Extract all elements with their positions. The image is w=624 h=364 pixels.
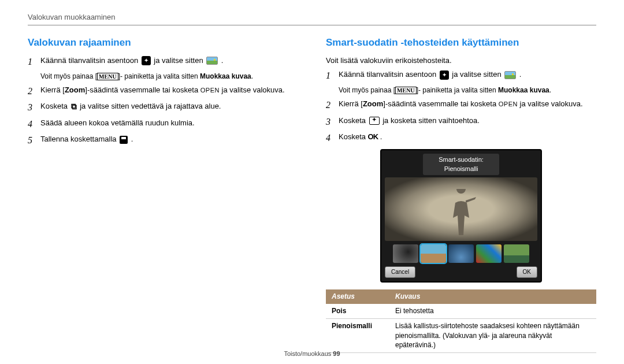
smart-filter-icon (369, 117, 380, 125)
right-step-2: 2 Kierrä [Zoom]-säädintä vasemmalle tai … (326, 99, 596, 112)
left-step-2: 2 Kierrä [Zoom]-säädintä vasemmalle tai … (28, 85, 298, 98)
right-step-3: 3 Kosketa ja kosketa sitten vaihtoehtoa. (326, 116, 596, 128)
step-number: 2 (28, 85, 40, 98)
step-text-post: ja valitse sitten vedettävä ja rajattava… (80, 102, 221, 111)
step-text-b: ]-säädintä vasemmalle tai kosketa (85, 86, 200, 94)
mode-dial-icon: ✦ (142, 56, 151, 65)
step-number: 1 (28, 55, 40, 68)
step-number: 1 (326, 69, 339, 82)
step-text-pre: Käännä tilanvalitsin asentoon (40, 56, 140, 65)
thumb-fisheye[interactable] (448, 244, 474, 263)
zoom-label: Zoom (65, 86, 85, 94)
step-number: 4 (326, 132, 339, 144)
step-text-a: Kierrä [ (40, 86, 65, 94)
step-text-post: . (221, 56, 224, 65)
step-text-a: Kierrä [ (339, 99, 363, 108)
note-bold: Muokkaa kuvaa (200, 72, 251, 80)
step-text-mid: ja valitse sitten (154, 56, 205, 65)
person-silhouette-icon (444, 189, 478, 241)
mode-dial-icon: ✦ (440, 70, 449, 80)
step-text-c: ja valitse valokuva. (220, 86, 285, 94)
preview-cancel-button[interactable]: Cancel (385, 266, 415, 278)
preview-filter-label: Smart-suodatin: Pienoismalli (423, 154, 499, 175)
th-setting: Asetus (326, 289, 389, 304)
cell-setting-name: Pienoismalli (326, 318, 389, 352)
left-note: Voit myös painaa [MENU]- painiketta ja v… (40, 72, 298, 81)
note-mid: ]- painiketta ja valita sitten (118, 72, 200, 80)
step-number: 3 (326, 116, 339, 128)
page-number: 99 (333, 350, 340, 357)
photo-edit-icon (504, 71, 516, 79)
photo-edit-icon (206, 57, 218, 65)
step-text: Kosketa OK . (339, 132, 596, 142)
step-text: Kierrä [Zoom]-säädintä vasemmalle tai ko… (339, 99, 596, 109)
ok-icon: OK (368, 132, 378, 141)
step-text-pre: Kosketa (339, 116, 368, 125)
left-step-1: 1 Käännä tilanvalitsin asentoon ✦ ja val… (28, 55, 298, 68)
menu-icon: MENU (97, 73, 118, 80)
page-footer: Toisto/muokkaus 99 (0, 350, 624, 357)
left-step-4: 4 Säädä alueen kokoa vetämällä ruudun ku… (28, 118, 298, 131)
right-note: Voit myös painaa [MENU]- painiketta ja v… (339, 86, 596, 95)
step-text: Käännä tilanvalitsin asentoon ✦ ja valit… (40, 55, 298, 66)
thumb-vignette[interactable] (393, 244, 418, 263)
thumb-miniature[interactable] (421, 244, 446, 263)
step-text-post: . (131, 135, 133, 143)
step-text: Käännä tilanvalitsin asentoon ✦ ja valit… (339, 69, 596, 80)
step-text-post: ja kosketa sitten vaihtoehtoa. (382, 116, 480, 125)
step-text-b: ]-säädintä vasemmalle tai kosketa (383, 99, 498, 108)
thumb-sketch[interactable] (476, 244, 502, 263)
step-text-post: . (519, 70, 522, 79)
cell-setting-desc: Lisää kallistus-siirtotehoste saadaksesi… (389, 318, 596, 352)
open-label: OPEN (499, 101, 518, 107)
left-step-5: 5 Tallenna koskettamalla . (28, 134, 298, 147)
filter-preview-box: Smart-suodatin: Pienoismalli Cancel OK (380, 149, 542, 283)
table-row: Pienoismalli Lisää kallistus-siirtotehos… (326, 318, 596, 352)
right-column: Smart-suodatin -tehosteiden käyttäminen … (326, 36, 596, 353)
step-text-pre: Käännä tilanvalitsin asentoon (339, 70, 439, 79)
filter-settings-table: Asetus Kuvaus Pois Ei tehostetta Pienois… (326, 289, 596, 353)
save-icon (120, 136, 128, 144)
preview-image (385, 177, 537, 241)
table-header-row: Asetus Kuvaus (326, 289, 596, 304)
step-text: Säädä alueen kokoa vetämällä ruudun kulm… (40, 118, 298, 128)
step-text: Kosketa ja kosketa sitten vaihtoehtoa. (339, 116, 596, 126)
menu-icon: MENU (395, 87, 417, 94)
step-text-mid: ja valitse sitten (452, 70, 503, 79)
crop-icon: ⧉ (71, 101, 77, 113)
step-text: Kierrä [Zoom]-säädintä vasemmalle tai ko… (40, 85, 298, 95)
note-pre: Voit myös painaa [ (339, 86, 395, 94)
right-step-1: 1 Käännä tilanvalitsin asentoon ✦ ja val… (326, 69, 596, 82)
step-text: Tallenna koskettamalla . (40, 134, 298, 144)
left-heading: Valokuvan rajaaminen (28, 36, 298, 50)
zoom-label: Zoom (363, 99, 383, 108)
step-number: 5 (28, 134, 40, 147)
step-text: Kosketa ⧉ ja valitse sitten vedettävä ja… (40, 101, 298, 113)
content-columns: Valokuvan rajaaminen 1 Käännä tilanvalit… (28, 36, 596, 353)
step-number: 4 (28, 118, 40, 131)
note-mid: ]- painiketta ja valita sitten (417, 86, 498, 94)
right-heading: Smart-suodatin -tehosteiden käyttäminen (326, 36, 596, 50)
table-row: Pois Ei tehostetta (326, 304, 596, 318)
step-text-pre: Kosketa (40, 102, 70, 111)
step-text-post: . (380, 132, 382, 141)
step-text-pre: Kosketa (339, 132, 368, 141)
cell-setting-name: Pois (326, 304, 389, 318)
th-description: Kuvaus (389, 289, 596, 304)
thumb-oilpaint[interactable] (504, 244, 529, 263)
step-number: 2 (326, 99, 339, 112)
header-divider (28, 25, 596, 25)
chapter-title: Valokuvan muokkaaminen (28, 13, 596, 21)
open-label: OPEN (200, 87, 220, 94)
right-intro: Voit lisätä valokuviin erikoistehosteita… (326, 55, 596, 66)
preview-buttons: Cancel OK (385, 266, 537, 278)
note-end: . (251, 72, 253, 80)
note-bold: Muokkaa kuvaa (498, 86, 549, 94)
note-pre: Voit myös painaa [ (40, 72, 97, 80)
step-text-c: ja valitse valokuva. (518, 99, 583, 108)
preview-ok-button[interactable]: OK (517, 266, 537, 278)
footer-section: Toisto/muokkaus (284, 350, 333, 357)
right-step-4: 4 Kosketa OK . (326, 132, 596, 144)
step-text-pre: Tallenna koskettamalla (40, 135, 118, 143)
left-column: Valokuvan rajaaminen 1 Käännä tilanvalit… (28, 36, 298, 353)
